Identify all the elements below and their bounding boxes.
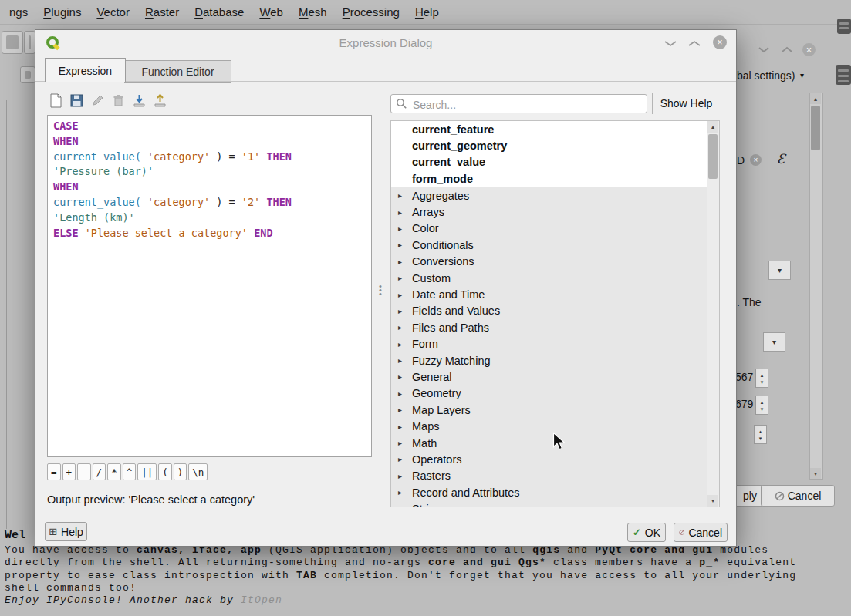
operator-button[interactable]: * bbox=[107, 463, 121, 480]
function-item-form-mode[interactable]: form_mode bbox=[391, 170, 707, 187]
scroll-up-icon[interactable]: ▴ bbox=[707, 121, 718, 133]
menu-item-vector[interactable]: Vector bbox=[89, 2, 137, 22]
menu-item-help[interactable]: Help bbox=[407, 2, 447, 22]
background-toolbar-icon[interactable] bbox=[24, 31, 35, 54]
operator-button[interactable]: \n bbox=[188, 463, 208, 480]
tab-function-editor[interactable]: Function Editor bbox=[124, 60, 231, 83]
expand-arrow-icon[interactable]: ▸ bbox=[398, 307, 412, 315]
function-group-color[interactable]: ▸Color bbox=[391, 220, 707, 237]
function-group-arrays[interactable]: ▸Arrays bbox=[391, 204, 707, 220]
new-expression-button[interactable] bbox=[47, 92, 64, 109]
function-group-form[interactable]: ▸Form bbox=[391, 336, 707, 352]
spinbox-arrows[interactable]: ▴▾ bbox=[755, 396, 768, 415]
expression-epsilon-icon[interactable]: Ɛ bbox=[777, 151, 785, 167]
expand-arrow-icon[interactable]: ▸ bbox=[398, 356, 412, 365]
function-group-string[interactable]: ▸String bbox=[391, 500, 707, 507]
function-group-conversions[interactable]: ▸Conversions bbox=[391, 254, 707, 270]
help-button[interactable]: ⊞ Help bbox=[45, 522, 87, 541]
tab-expression[interactable]: Expression bbox=[45, 58, 126, 82]
spin-up-icon[interactable]: ▴ bbox=[761, 399, 764, 406]
tree-scrollbar[interactable]: ▴ ▾ bbox=[707, 121, 719, 507]
menu-item-ngs[interactable]: ngs bbox=[2, 2, 35, 22]
combobox-arrow[interactable]: ▾ bbox=[768, 261, 791, 280]
spin-down-icon[interactable]: ▾ bbox=[761, 406, 764, 412]
background-scrollbar[interactable]: ▴ ▾ bbox=[809, 93, 823, 480]
shade-chevron-down-icon[interactable] bbox=[664, 40, 680, 54]
menu-item-processing[interactable]: Processing bbox=[335, 2, 407, 22]
operator-button[interactable]: + bbox=[62, 463, 76, 480]
delete-expression-button[interactable] bbox=[110, 92, 127, 109]
scroll-up-icon[interactable]: ▴ bbox=[810, 93, 821, 104]
operator-button[interactable]: - bbox=[77, 463, 91, 480]
scroll-down-icon[interactable]: ▾ bbox=[707, 495, 718, 507]
background-toolbar-icon[interactable] bbox=[836, 65, 851, 85]
function-group-date-and-time[interactable]: ▸Date and Time bbox=[391, 286, 707, 302]
expression-editor[interactable]: CASEWHENcurrent_value( 'category' ) = '1… bbox=[47, 115, 372, 457]
operator-button[interactable]: ) bbox=[174, 463, 187, 480]
dialog-titlebar[interactable]: Expression Dialog × bbox=[35, 30, 736, 56]
function-item-current-value[interactable]: current_value bbox=[391, 154, 707, 170]
spin-down-icon[interactable]: ▾ bbox=[761, 379, 764, 385]
save-expression-button[interactable] bbox=[68, 92, 85, 109]
clear-field-icon[interactable]: × bbox=[750, 154, 762, 166]
expand-arrow-icon[interactable]: ▸ bbox=[398, 488, 412, 497]
spinbox-arrows[interactable]: ▴▾ bbox=[755, 369, 768, 388]
expand-arrow-icon[interactable]: ▸ bbox=[398, 422, 412, 431]
spin-up-icon[interactable]: ▴ bbox=[761, 372, 764, 379]
function-group-fields-and-values[interactable]: ▸Fields and Values bbox=[391, 303, 707, 319]
function-group-general[interactable]: ▸General bbox=[391, 369, 707, 385]
operator-button[interactable]: ^ bbox=[123, 463, 137, 480]
spin-down-icon[interactable]: ▾ bbox=[759, 435, 762, 442]
combobox-arrow[interactable]: ▾ bbox=[763, 332, 785, 352]
function-group-map-layers[interactable]: ▸Map Layers bbox=[391, 402, 707, 418]
operator-button[interactable]: / bbox=[93, 463, 106, 480]
expand-arrow-icon[interactable]: ▸ bbox=[398, 406, 412, 414]
show-help-button[interactable]: Show Help bbox=[652, 93, 720, 114]
function-group-math[interactable]: ▸Math bbox=[391, 435, 707, 451]
ok-button[interactable]: ✓ OK bbox=[627, 523, 666, 542]
spin-up-icon[interactable]: ▴ bbox=[759, 428, 762, 435]
expand-arrow-icon[interactable]: ▸ bbox=[398, 191, 412, 200]
menu-item-raster[interactable]: Raster bbox=[137, 2, 187, 22]
import-expressions-button[interactable] bbox=[130, 92, 147, 109]
scroll-down-icon[interactable]: ▾ bbox=[810, 468, 821, 479]
function-group-fuzzy-matching[interactable]: ▸Fuzzy Matching bbox=[391, 352, 707, 369]
expand-arrow-icon[interactable]: ▸ bbox=[398, 389, 412, 398]
cancel-button[interactable]: Cancel bbox=[674, 523, 728, 542]
scrollbar-thumb[interactable] bbox=[811, 106, 820, 150]
shade-chevron-up-icon[interactable] bbox=[688, 40, 704, 54]
expand-arrow-icon[interactable]: ▸ bbox=[398, 258, 412, 266]
function-item-current-feature[interactable]: current_feature bbox=[391, 121, 707, 137]
function-search[interactable] bbox=[390, 94, 647, 113]
function-group-geometry[interactable]: ▸Geometry bbox=[391, 385, 707, 402]
function-group-record-and-attributes[interactable]: ▸Record and Attributes bbox=[391, 484, 707, 500]
expand-arrow-icon[interactable]: ▸ bbox=[398, 241, 412, 249]
function-group-custom[interactable]: ▸Custom bbox=[391, 270, 707, 286]
function-group-maps[interactable]: ▸Maps bbox=[391, 418, 707, 434]
function-group-operators[interactable]: ▸Operators bbox=[391, 451, 707, 467]
console-link[interactable]: ItOpen bbox=[241, 594, 282, 606]
export-expressions-button[interactable] bbox=[151, 92, 168, 109]
function-group-files-and-paths[interactable]: ▸Files and Paths bbox=[391, 319, 707, 335]
expand-arrow-icon[interactable]: ▸ bbox=[398, 455, 412, 463]
expand-arrow-icon[interactable]: ▸ bbox=[398, 208, 412, 217]
function-item-current-geometry[interactable]: current_geometry bbox=[391, 137, 707, 153]
close-icon[interactable]: × bbox=[802, 43, 816, 56]
chevron-down-icon[interactable] bbox=[758, 46, 774, 60]
search-input[interactable] bbox=[411, 96, 646, 113]
splitter-handle[interactable]: ••• bbox=[377, 284, 383, 315]
menu-item-database[interactable]: Database bbox=[187, 2, 252, 22]
menu-item-web[interactable]: Web bbox=[252, 2, 291, 22]
background-toolbar-icon[interactable] bbox=[20, 66, 35, 83]
scrollbar-thumb[interactable] bbox=[708, 134, 718, 179]
expand-arrow-icon[interactable]: ▸ bbox=[398, 274, 412, 282]
expand-arrow-icon[interactable]: ▸ bbox=[398, 472, 412, 480]
spinbox-arrows[interactable]: ▴▾ bbox=[754, 425, 767, 444]
expand-arrow-icon[interactable]: ▸ bbox=[398, 505, 412, 507]
operator-button[interactable]: ( bbox=[158, 463, 172, 480]
background-toolbar-icon[interactable] bbox=[2, 31, 23, 54]
expand-arrow-icon[interactable]: ▸ bbox=[398, 439, 412, 447]
background-toolbar-icon[interactable] bbox=[837, 19, 851, 34]
chevron-up-icon[interactable] bbox=[782, 46, 792, 53]
expand-arrow-icon[interactable]: ▸ bbox=[398, 291, 412, 299]
